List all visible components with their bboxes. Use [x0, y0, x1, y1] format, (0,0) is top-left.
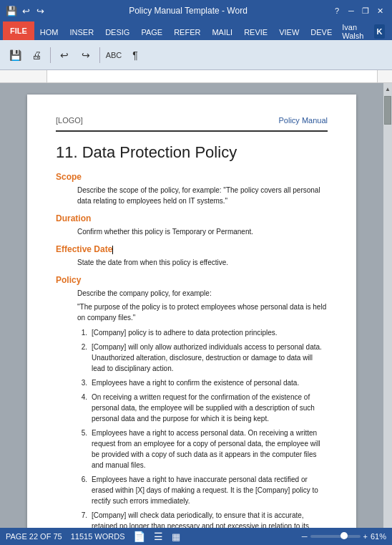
undo-toolbar-btn[interactable]: ↩ [55, 46, 74, 64]
layout-icon[interactable]: ▦ [172, 531, 180, 542]
list-num: 3. [77, 377, 87, 388]
page-info-text: PAGE 22 OF 75 [6, 532, 62, 541]
list-text[interactable]: [Company] policy is to adhere to data pr… [92, 327, 328, 338]
track-changes-icon[interactable]: 📄 [133, 531, 145, 542]
doc-main-title[interactable]: 11. Data Protection Policy [56, 143, 328, 162]
list-num: 4. [77, 392, 87, 424]
page-info: PAGE 22 OF 75 [6, 532, 62, 541]
list-item[interactable]: 2. [Company] will only allow authorized … [77, 342, 328, 374]
list-item[interactable]: 3. Employees have a right to confirm the… [77, 377, 328, 388]
list-item[interactable]: 7. [Company] will check data periodicall… [77, 510, 328, 528]
save-icon[interactable]: 💾 [6, 5, 17, 16]
tab-review[interactable]: REVIE [238, 24, 273, 40]
section-body-effective-date[interactable]: State the date from when this policy is … [77, 257, 328, 268]
list-text[interactable]: On receiving a written request for the c… [92, 392, 328, 424]
restore-button[interactable]: ❐ [359, 4, 372, 17]
close-button[interactable]: ✕ [373, 4, 386, 17]
tab-insert[interactable]: INSER [64, 24, 100, 40]
list-num: 6. [77, 474, 87, 506]
list-text[interactable]: [Company] will only allow authorized ind… [92, 342, 328, 374]
list-text[interactable]: Employees have a right to access persona… [92, 428, 328, 471]
save-toolbar-btn[interactable]: 💾 [6, 46, 24, 64]
ruler [0, 70, 392, 83]
scroll-thumb[interactable] [384, 96, 391, 125]
list-text[interactable]: [Company] will check data periodically, … [92, 510, 328, 528]
tab-home[interactable]: HOM [34, 24, 64, 40]
list-num: 2. [77, 342, 87, 374]
tab-design[interactable]: DESIG [99, 24, 135, 40]
print-toolbar-btn[interactable]: 🖨 [27, 46, 46, 64]
list-text[interactable]: Employees have a right to confirm the ex… [92, 377, 328, 388]
list-num: 5. [77, 428, 87, 471]
tab-mailings[interactable]: MAILI [206, 24, 238, 40]
layout-icon-sym: ▦ [172, 531, 180, 542]
section-heading-policy: Policy [56, 275, 328, 285]
undo-icon[interactable]: ↩ [20, 5, 31, 16]
word-count-text: 11515 WORDS [71, 532, 125, 541]
ribbon-tab-bar: FILE HOM INSER DESIG PAGE REFER MAILI RE… [0, 21, 392, 40]
window-title: Policy Manual Template - Word [46, 6, 330, 16]
list-item[interactable]: 5. Employees have a right to access pers… [77, 428, 328, 471]
title-bar: 💾 ↩ ↪ Policy Manual Template - Word ? ─ … [0, 0, 392, 21]
user-profile[interactable]: Ivan Walsh K [338, 23, 389, 40]
view-icon: ☰ [154, 531, 163, 542]
list-text[interactable]: Employees have a right to have inaccurat… [92, 474, 328, 506]
minimize-button[interactable]: ─ [345, 4, 358, 17]
tab-page[interactable]: PAGE [135, 24, 168, 40]
zoom-thumb[interactable] [340, 532, 348, 539]
doc-logo: [LOGO] [56, 116, 83, 125]
section-heading-effective-date: Effective Date [56, 244, 328, 254]
section-body-policy-quote[interactable]: "The purpose of the policy is to protect… [77, 302, 328, 323]
word-count: 11515 WORDS [71, 532, 125, 541]
document-page: [LOGO] Policy Manual 11. Data Protection… [27, 95, 356, 528]
formatting-toolbar: 💾 🖨 ↩ ↪ ABC ¶ [0, 40, 392, 70]
help-button[interactable]: ? [330, 4, 343, 17]
zoom-minus-btn[interactable]: ─ [302, 532, 308, 541]
paragraph-mark-btn[interactable]: ¶ [126, 46, 144, 64]
zoom-track[interactable] [310, 535, 361, 538]
section-body-duration[interactable]: Confirm whether this policy is Temporary… [77, 226, 328, 237]
tab-developer[interactable]: DEVE [305, 24, 338, 40]
ruler-inner [46, 70, 378, 82]
main-content-area: [LOGO] Policy Manual 11. Data Protection… [0, 83, 392, 528]
tab-references[interactable]: REFER [168, 24, 206, 40]
text-cursor [112, 246, 113, 254]
redo-toolbar-btn[interactable]: ↪ [77, 46, 95, 64]
list-num: 7. [77, 510, 87, 528]
scroll-up-arrow[interactable]: ▲ [383, 83, 392, 95]
user-name: Ivan Walsh [342, 23, 371, 40]
section-heading-scope: Scope [56, 172, 328, 182]
zoom-plus-btn[interactable]: + [363, 532, 368, 541]
zoom-bar[interactable]: ─ + 61% [302, 532, 386, 541]
tab-view[interactable]: VIEW [273, 24, 305, 40]
document-container[interactable]: [LOGO] Policy Manual 11. Data Protection… [0, 83, 383, 528]
list-item[interactable]: 6. Employees have a right to have inaccu… [77, 474, 328, 506]
section-body-scope[interactable]: Describe the scope of the policy, for ex… [77, 185, 328, 206]
doc-header: [LOGO] Policy Manual [56, 116, 328, 132]
list-item[interactable]: 1. [Company] policy is to adhere to data… [77, 327, 328, 338]
list-item[interactable]: 4. On receiving a written request for th… [77, 392, 328, 424]
zoom-level-text: 61% [371, 532, 386, 541]
list-num: 1. [77, 327, 87, 338]
spellcheck-btn[interactable]: ABC [104, 46, 123, 64]
toolbar-divider-1 [50, 47, 51, 63]
doc-header-title: Policy Manual [279, 116, 328, 125]
file-menu-button[interactable]: FILE [3, 21, 34, 40]
redo-icon[interactable]: ↪ [34, 5, 46, 16]
track-icon: 📄 [133, 531, 145, 542]
window-controls[interactable]: ? ─ ❐ ✕ [330, 4, 386, 17]
section-heading-duration: Duration [56, 213, 328, 223]
toolbar-quick-access[interactable]: 💾 ↩ ↪ [6, 5, 46, 16]
vertical-scrollbar[interactable]: ▲ [383, 83, 392, 528]
section-body-policy-intro[interactable]: Describe the company policy, for example… [77, 288, 328, 299]
status-bar: PAGE 22 OF 75 11515 WORDS 📄 ☰ ▦ ─ + 61% [0, 528, 392, 545]
toolbar-divider-2 [99, 47, 100, 63]
user-avatar[interactable]: K [374, 24, 385, 39]
policy-list: 1. [Company] policy is to adhere to data… [77, 327, 328, 528]
view-mode-icon[interactable]: ☰ [154, 531, 163, 542]
